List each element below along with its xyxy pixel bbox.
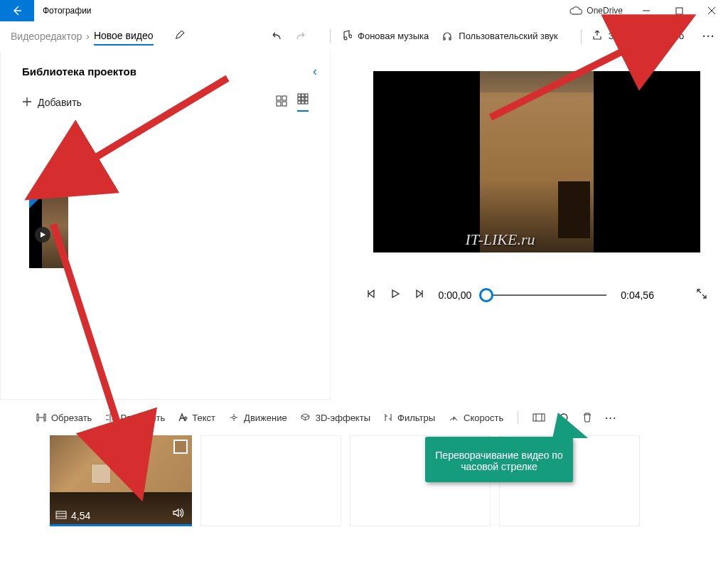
svg-rect-6 (298, 94, 301, 97)
time-current: 0:00,00 (439, 289, 472, 301)
svg-rect-7 (301, 94, 304, 97)
custom-audio-button[interactable]: Пользовательский звук (441, 29, 557, 43)
grid-small-view-button[interactable] (297, 93, 309, 112)
play-button[interactable] (390, 289, 400, 302)
menu-bar: Видеоредактор › Новое видео Фоновая музы… (0, 21, 728, 51)
clip-toolbar: Обрезать Разделить Текст Движение 3D-эфф… (0, 400, 728, 435)
svg-rect-1 (676, 8, 682, 14)
more-button[interactable]: ··· (697, 28, 721, 45)
title-bar: Фотографии OneDrive (0, 0, 728, 21)
svg-rect-9 (298, 97, 301, 100)
fullscreen-button[interactable] (696, 288, 707, 302)
svg-rect-12 (298, 101, 301, 104)
svg-rect-5 (282, 102, 287, 106)
storyboard-empty-slot[interactable] (200, 435, 341, 526)
seek-slider[interactable] (486, 294, 606, 296)
svg-point-15 (232, 416, 235, 419)
svg-rect-2 (277, 96, 281, 100)
svg-rect-11 (305, 97, 308, 100)
playback-controls: 0:00,00 0:04,56 (366, 288, 707, 302)
chevron-right-icon: › (86, 31, 90, 42)
split-button[interactable]: Разделить (99, 410, 171, 426)
storyboard-clip[interactable]: 4,54 (50, 435, 192, 526)
onedrive-label: OneDrive (587, 6, 623, 16)
time-total: 0:04,56 (621, 289, 654, 301)
undo-button[interactable] (264, 28, 289, 45)
motion-button[interactable]: Движение (223, 410, 293, 426)
export-icon (592, 29, 603, 43)
toolbar-more-button[interactable]: ··· (599, 410, 623, 426)
clip-volume-button[interactable] (172, 507, 185, 521)
storyboard: 4,54 (0, 435, 728, 526)
library-title: Библиотека проектов (22, 65, 136, 78)
project-library-panel: Библиотека проектов ‹ Добавить (0, 51, 331, 400)
finish-video-button[interactable]: Завершить видео (592, 29, 685, 43)
minimize-button[interactable] (630, 0, 663, 21)
annotation-callout: Переворачивание видео по часовой стрелке (425, 437, 573, 482)
maximize-button[interactable] (663, 0, 695, 21)
plus-icon (22, 97, 32, 109)
cloud-icon (569, 6, 582, 15)
trim-button[interactable]: Обрезать (30, 410, 97, 426)
add-media-button[interactable]: Добавить (22, 97, 82, 109)
grid-large-view-button[interactable] (276, 95, 287, 110)
frame-back-button[interactable] (366, 289, 376, 302)
clip-checkbox[interactable] (173, 440, 188, 454)
rename-button[interactable] (169, 28, 192, 45)
background-music-button[interactable]: Фоновая музыка (341, 29, 429, 43)
video-preview[interactable]: IT-LIKE.ru (373, 71, 700, 252)
play-icon (35, 227, 50, 243)
preview-panel: IT-LIKE.ru 0:00,00 0:04,56 (331, 51, 728, 400)
collapse-library-button[interactable]: ‹ (313, 64, 317, 79)
film-icon (55, 510, 67, 521)
svg-rect-14 (305, 101, 308, 104)
library-clip[interactable] (29, 197, 68, 268)
watermark: IT-LIKE.ru (466, 230, 535, 249)
clip-duration: 4,54 (71, 510, 90, 521)
text-button[interactable]: Текст (172, 410, 221, 426)
svg-rect-3 (282, 96, 287, 100)
3d-effects-button[interactable]: 3D-эффекты (294, 410, 376, 426)
app-title: Фотографии (34, 0, 100, 21)
frame-forward-button[interactable] (414, 289, 424, 302)
svg-rect-16 (533, 414, 545, 421)
onedrive-status[interactable]: OneDrive (569, 0, 630, 21)
svg-rect-4 (277, 102, 281, 106)
svg-rect-10 (301, 97, 304, 100)
svg-rect-13 (301, 101, 304, 104)
filters-button[interactable]: Фильтры (378, 410, 441, 426)
speed-button[interactable]: Скорость (442, 410, 509, 426)
headphones-icon (441, 29, 453, 43)
svg-rect-8 (305, 94, 308, 97)
back-button[interactable] (0, 0, 34, 21)
project-name[interactable]: Новое видео (94, 30, 154, 46)
svg-rect-17 (56, 511, 66, 519)
breadcrumb-root[interactable]: Видеоредактор (11, 31, 82, 42)
music-icon (341, 29, 352, 43)
close-button[interactable] (695, 0, 728, 21)
redo-button[interactable] (289, 28, 313, 45)
used-marker-icon (29, 197, 41, 208)
